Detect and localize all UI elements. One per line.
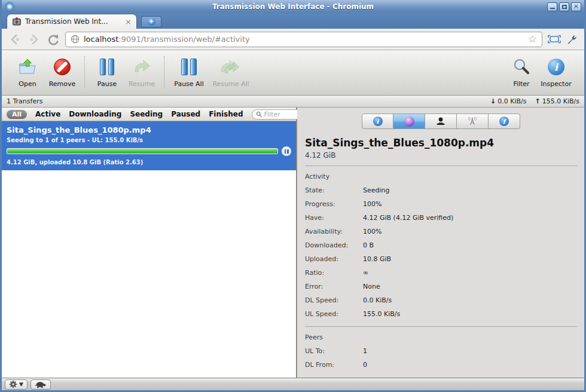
transfer-statusbar: 1 Transfers ↓0.0 KiB/s ↑155.0 KiB/s <box>2 96 584 108</box>
tab-close-icon[interactable]: × <box>125 18 132 26</box>
filter-tab-active[interactable]: Active <box>35 110 60 118</box>
row-uploaded: Uploaded:10.8 GiB <box>305 255 577 263</box>
files-icon: f <box>499 117 509 126</box>
row-dl-from: DL From:0 <box>305 361 577 369</box>
open-folder-icon <box>17 56 38 78</box>
torrent-row[interactable]: Sita_Sings_the_Blues_1080p.mp4 Seeding t… <box>2 121 296 170</box>
peers-person-icon <box>436 117 445 126</box>
globe-icon <box>71 35 80 44</box>
toolbar-separator <box>164 56 164 87</box>
filter-tab-paused[interactable]: Paused <box>171 110 200 118</box>
page-action-button[interactable] <box>547 34 561 44</box>
activity-globe-icon <box>404 117 414 127</box>
plus-icon: + <box>148 18 155 26</box>
resume-all-button[interactable]: Resume All <box>209 56 253 88</box>
caret-down-icon: ▼ <box>19 382 23 387</box>
toolbar-separator <box>84 56 85 87</box>
url-host: localhost <box>84 35 118 44</box>
row-dl-speed: DL Speed:0.0 KiB/s <box>305 296 577 304</box>
filter-tab-downloading[interactable]: Downloading <box>69 110 121 118</box>
resume-button[interactable]: Resume <box>124 56 159 88</box>
minimize-button[interactable] <box>547 2 557 11</box>
filter-tab-finished[interactable]: Finished <box>209 110 243 118</box>
window-titlebar: Transmission Web Interface - Chromium ✕ <box>2 0 584 13</box>
filter-search-input[interactable] <box>264 111 301 118</box>
turtle-mode-button[interactable] <box>30 379 51 390</box>
filter-tab-all[interactable]: All <box>7 110 27 119</box>
row-error: Error:None <box>305 283 577 290</box>
row-downloaded: Downloaded:0 B <box>305 241 577 249</box>
tracker-antenna-icon <box>468 117 477 126</box>
torrent-details-line: 4.12 GiB, uploaded 10.8 GiB (Ratio 2.63) <box>7 159 291 166</box>
pause-all-icon <box>181 56 197 78</box>
browser-tab[interactable]: Transmission Web Int... × <box>7 14 137 29</box>
browser-tab-strip: Transmission Web Int... × + <box>2 13 584 29</box>
divider <box>305 326 577 327</box>
torrent-status-line: Seeding to 1 of 1 peers - UL: 155.0 KiB/… <box>7 137 291 143</box>
filter-tab-seeding[interactable]: Seeding <box>130 110 163 118</box>
activity-section-heading: Activity <box>305 173 577 180</box>
transmission-toolbar: Open Remove Pause Resume <box>2 50 584 96</box>
torrent-progress-bar <box>7 148 278 154</box>
torrent-list-pane: All Active Downloading Seeding Paused Fi… <box>2 108 297 378</box>
gear-icon <box>9 380 17 388</box>
close-button[interactable]: ✕ <box>571 2 581 11</box>
new-tab-button[interactable]: + <box>141 16 161 27</box>
filter-button[interactable]: Filter <box>504 56 539 88</box>
down-arrow-icon: ↓ <box>490 97 496 105</box>
bookmark-star-icon[interactable]: ☆ <box>528 34 537 44</box>
turtle-icon <box>35 381 47 388</box>
upload-speed: ↑155.0 KiB/s <box>535 97 579 105</box>
row-availability: Availability:100% <box>305 228 577 235</box>
remove-button[interactable]: Remove <box>45 56 80 88</box>
url-bar[interactable]: localhost:9091/transmission/web/#activit… <box>65 32 542 47</box>
pause-button[interactable]: Pause <box>90 56 124 88</box>
chromium-window: Transmission Web Interface - Chromium ✕ … <box>0 0 586 392</box>
open-button[interactable]: Open <box>10 56 45 88</box>
back-button[interactable] <box>8 32 22 47</box>
resume-all-icon <box>219 56 243 78</box>
torrent-pause-button[interactable] <box>282 146 291 156</box>
download-speed: ↓0.0 KiB/s <box>490 97 526 105</box>
wrench-menu-button[interactable] <box>566 33 578 45</box>
row-have: Have:4.12 GiB (4.12 GiB verified) <box>305 214 577 222</box>
row-ratio: Ratio:∞ <box>305 269 577 277</box>
inspector-tab-files[interactable]: f <box>489 114 520 129</box>
remove-icon <box>53 56 72 78</box>
pause-icon <box>100 56 114 78</box>
inspector-torrent-size: 4.12 GiB <box>305 151 577 160</box>
row-state: State:Seeding <box>305 186 577 194</box>
inspector-tab-peers[interactable] <box>425 114 457 129</box>
divider <box>305 166 577 166</box>
inspector-torrent-title: Sita_Sings_the_Blues_1080p.mp4 <box>305 137 577 149</box>
torrent-name: Sita_Sings_the_Blues_1080p.mp4 <box>7 125 291 134</box>
torrent-progress-fill <box>7 149 277 154</box>
forward-button[interactable] <box>27 32 41 47</box>
up-arrow-icon: ↑ <box>535 97 541 105</box>
inspector-tab-tracker[interactable] <box>457 114 489 129</box>
info-icon: i <box>373 117 383 126</box>
inspector-pane: i <box>297 108 584 378</box>
pause-all-button[interactable]: Pause All <box>169 56 209 88</box>
maximize-button[interactable] <box>559 2 569 11</box>
inspector-tab-info[interactable]: i <box>362 114 393 129</box>
transfer-count: 1 Transfers <box>7 97 42 105</box>
row-progress: Progress:100% <box>305 200 577 208</box>
resume-icon <box>132 56 152 78</box>
peers-section-heading: Peers <box>305 333 577 341</box>
row-ul-speed: UL Speed:155.0 KiB/s <box>305 310 577 318</box>
tab-title: Transmission Web Int... <box>25 17 121 26</box>
reload-button[interactable] <box>46 32 60 47</box>
main-content: All Active Downloading Seeding Paused Fi… <box>2 108 584 378</box>
row-ul-to: UL To:1 <box>305 347 577 355</box>
inspector-button[interactable]: i Inspector <box>539 56 573 88</box>
transmission-favicon <box>12 17 22 26</box>
url-path: :9091/transmission/web/#activity <box>118 35 249 44</box>
settings-menu-button[interactable]: ▼ <box>5 379 28 390</box>
inspector-tab-activity[interactable] <box>393 114 425 129</box>
footer-bar: ▼ <box>2 378 584 390</box>
window-title: Transmission Web Interface - Chromium <box>2 2 584 11</box>
inspector-info-icon: i <box>548 56 564 78</box>
url-text[interactable]: localhost:9091/transmission/web/#activit… <box>84 35 524 44</box>
magnifier-icon <box>512 56 530 78</box>
